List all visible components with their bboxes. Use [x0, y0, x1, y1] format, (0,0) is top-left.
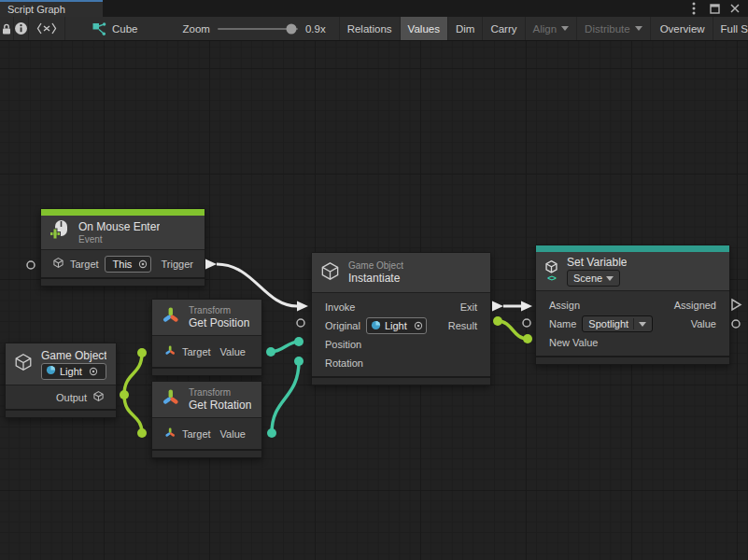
node-title: Set Variable	[567, 256, 627, 269]
node-game-object-light[interactable]: Game Object Light Output	[5, 343, 117, 418]
zoom-control: Zoom 0.9x	[174, 17, 335, 40]
cube-icon	[319, 260, 341, 286]
port-label-new-value: New Value	[549, 337, 598, 348]
kebab-menu-icon[interactable]	[688, 3, 699, 14]
unity-object-icon	[46, 365, 56, 377]
node-get-rotation[interactable]: Transform Get Rotation Target Value	[151, 381, 262, 458]
window-controls	[688, 0, 748, 17]
object-picker-icon[interactable]	[86, 367, 101, 376]
port-label-target: Target	[182, 428, 211, 440]
tab-script-graph[interactable]: Script Graph	[0, 0, 103, 17]
port-label-rotation: Rotation	[325, 357, 363, 369]
chevron-down-icon	[561, 26, 569, 31]
node-instantiate[interactable]: Game Object Instantiate Invoke Exit Orig…	[311, 252, 491, 385]
port-label-result: Result	[448, 320, 477, 331]
fullscreen-button[interactable]: Full Screen	[713, 17, 748, 40]
port-label-output: Output	[56, 392, 87, 403]
port-label-value: Value	[220, 428, 246, 440]
node-title: Game Object	[41, 349, 106, 362]
port-label-exit: Exit	[460, 301, 477, 313]
transform-icon	[160, 387, 181, 413]
original-object-field[interactable]: Light	[366, 317, 427, 334]
code-brackets-icon: <>	[547, 274, 556, 282]
relations-button[interactable]: Relations	[339, 17, 401, 40]
port-label-trigger: Trigger	[162, 259, 193, 270]
port-getposition-target[interactable]	[137, 348, 147, 357]
port-result[interactable]	[493, 316, 502, 326]
mouse-event-icon	[49, 219, 71, 245]
light-object-field[interactable]: Light	[41, 363, 106, 380]
node-footer	[312, 376, 490, 385]
node-title: Instantiate	[348, 272, 403, 285]
tab-title: Script Graph	[7, 4, 65, 15]
node-get-position[interactable]: Transform Get Position Target Value	[151, 299, 262, 376]
object-picker-icon[interactable]	[411, 321, 426, 330]
port-label-position: Position	[325, 339, 361, 350]
unity-logo-icon: <>	[543, 260, 559, 282]
chevron-down-icon	[639, 322, 646, 327]
info-icon	[14, 21, 28, 35]
overview-button[interactable]: Overview	[653, 17, 713, 40]
port-getrotation-value[interactable]	[267, 428, 276, 438]
carry-button[interactable]: Carry	[483, 17, 525, 40]
lock-button[interactable]	[0, 17, 14, 40]
transform-icon	[163, 344, 176, 359]
node-group: Transform	[189, 387, 251, 398]
node-on-mouse-enter[interactable]: On Mouse Enter Event Target This Trigger	[40, 208, 205, 287]
port-rotation[interactable]	[294, 357, 303, 366]
chevron-down-icon	[606, 276, 614, 281]
graph-name: Cube	[112, 23, 138, 35]
close-icon[interactable]	[729, 3, 741, 14]
node-title: Get Position	[189, 316, 249, 329]
port-label-value: Value	[691, 318, 716, 329]
variable-name-dropdown[interactable]: Spotlight	[582, 315, 653, 332]
port-label-assign: Assign	[549, 300, 580, 311]
node-subtitle: Event	[78, 234, 160, 245]
script-graph-window: Script Graph Cube Zoo	[0, 0, 748, 560]
port-label-target: Target	[182, 346, 211, 357]
port-label-name: Name	[549, 318, 576, 329]
port-getrotation-target[interactable]	[137, 428, 147, 438]
distribute-button[interactable]: Distribute	[577, 17, 651, 40]
dim-button[interactable]: Dim	[448, 17, 483, 40]
variable-scope-dropdown[interactable]: Scene	[567, 270, 620, 287]
node-footer	[6, 409, 116, 417]
port-label-target: Target	[70, 259, 99, 270]
unity-object-icon	[371, 320, 381, 332]
node-set-variable[interactable]: <> Set Variable Scene Assign Assigned Na…	[535, 245, 730, 365]
object-picker-icon[interactable]	[135, 259, 150, 269]
graph-icon	[92, 21, 106, 36]
port-getposition-value[interactable]	[266, 347, 275, 357]
node-footer	[41, 277, 205, 286]
cube-icon	[92, 390, 105, 404]
values-button[interactable]: Values	[401, 17, 448, 40]
tab-bar: Script Graph	[0, 0, 748, 17]
graph-context: Cube	[82, 17, 148, 40]
variables-icon	[36, 22, 57, 35]
port-newvalue[interactable]	[523, 334, 532, 343]
node-title: On Mouse Enter	[78, 220, 160, 233]
zoom-value: 0.9x	[305, 23, 326, 35]
zoom-slider-handle[interactable]	[287, 23, 297, 34]
variables-button[interactable]	[29, 17, 65, 40]
port-output[interactable]	[120, 390, 129, 399]
transform-icon	[160, 305, 181, 330]
info-button[interactable]	[14, 17, 29, 40]
node-footer	[152, 449, 261, 457]
port-label-value: Value	[220, 346, 246, 357]
lock-icon	[0, 22, 13, 35]
transform-icon	[163, 427, 176, 441]
align-button[interactable]: Align	[526, 17, 578, 40]
node-group: Transform	[189, 305, 249, 315]
node-footer	[152, 367, 261, 375]
variable-color-bar	[536, 245, 729, 252]
chevron-down-icon	[635, 26, 642, 31]
event-color-bar	[41, 209, 205, 216]
node-title: Get Rotation	[189, 399, 251, 412]
zoom-slider[interactable]	[218, 28, 298, 30]
cube-icon	[52, 257, 64, 271]
this-object-field[interactable]: This	[105, 256, 152, 273]
graph-toolbar: Cube Zoom 0.9x Relations Values Dim Carr…	[0, 17, 748, 41]
port-position[interactable]	[294, 337, 303, 346]
maximize-icon[interactable]	[709, 3, 720, 14]
